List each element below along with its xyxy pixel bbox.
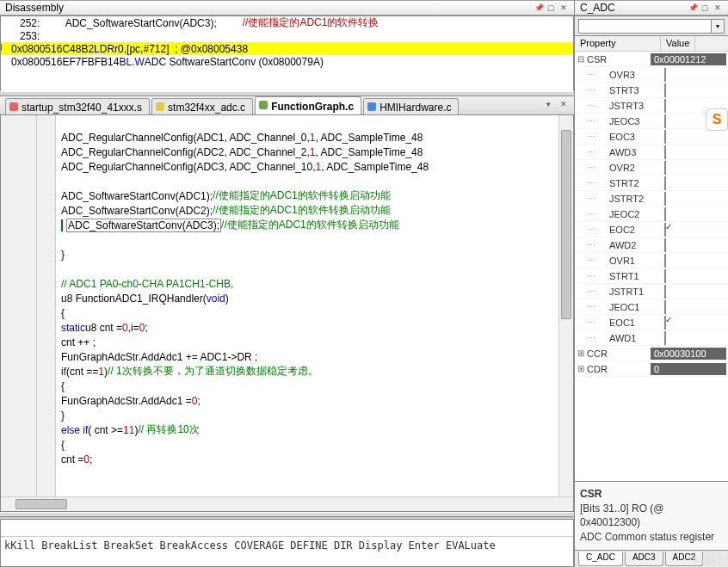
tab-close-icon[interactable]: ✕ <box>558 99 569 109</box>
property-filter-row: ▾ <box>575 15 728 36</box>
cadc-pane-title: C_ADC 📌 ▢ ✕ <box>575 0 728 15</box>
checkbox[interactable] <box>664 99 666 113</box>
property-row[interactable]: ⋯EOC2 <box>575 222 728 237</box>
checkbox[interactable] <box>664 316 666 330</box>
code-editor[interactable]: 245 246 ADC_RegularChannelConfig(ADC1, A… <box>0 115 574 512</box>
property-row[interactable]: ⋯OVR2 <box>575 160 728 176</box>
window-icon[interactable]: ▢ <box>700 3 711 13</box>
file-icon <box>9 102 18 111</box>
command-pane: kKill BreakList BreakSet BreakAccess COV… <box>0 519 574 567</box>
checkbox[interactable] <box>664 145 666 159</box>
close-icon[interactable]: ✕ <box>712 3 723 13</box>
horizontal-splitter[interactable] <box>0 512 574 517</box>
property-row[interactable]: ⋯EOC1 <box>575 315 728 330</box>
btab-adc3[interactable]: ADC3 <box>625 552 663 566</box>
disasm-current-line[interactable]: 0x0800516C 48B2 LDR r0,[pc,#712] ; @0x08… <box>1 42 573 55</box>
property-row[interactable]: ⋯STRT1 <box>575 268 728 284</box>
checkbox[interactable] <box>664 223 666 237</box>
property-row[interactable]: ⋯OVR3 <box>575 67 728 83</box>
property-row[interactable]: ⋯STRT2 <box>575 176 728 191</box>
property-row[interactable]: ⋯AWD3 <box>575 145 728 160</box>
file-icon <box>259 101 268 109</box>
checkbox[interactable] <box>664 114 666 128</box>
checkbox[interactable] <box>664 68 666 82</box>
pin-icon[interactable]: 📌 <box>534 3 545 13</box>
current-pc-icon <box>1 41 11 53</box>
checkbox[interactable] <box>664 192 666 206</box>
property-row[interactable]: ⋯AWD2 <box>575 237 728 253</box>
property-row[interactable]: ⋯JEOC2 <box>575 206 728 222</box>
disassembly-title-text: Disassembly <box>5 2 64 14</box>
ime-icon[interactable]: S <box>706 108 728 131</box>
tab-startup[interactable]: startup_stm32f40_41xxx.s <box>5 98 150 114</box>
tab-hmihardware[interactable]: HMIHardware.c <box>363 98 459 114</box>
watermark: 94842 <box>692 556 723 566</box>
disassembly-pane-title: Disassembly 📌 ▢ ✕ <box>0 0 574 15</box>
property-row[interactable]: ⋯JSTRT2 <box>575 191 728 206</box>
property-row[interactable]: ⋯JEOC1 <box>575 299 728 315</box>
fold-gutter <box>37 115 56 511</box>
tab-dropdown-icon[interactable]: ▾ <box>543 99 554 109</box>
dropdown-icon[interactable]: ▾ <box>712 19 725 34</box>
pin-icon[interactable]: 📌 <box>688 3 699 13</box>
tab-functiongraph[interactable]: FunctionGraph.c <box>255 96 361 114</box>
property-header: Property Value <box>575 36 728 52</box>
btab-cadc[interactable]: C_ADC <box>578 552 623 566</box>
vertical-scrollbar[interactable] <box>558 115 573 496</box>
horizontal-scrollbar[interactable] <box>1 496 573 511</box>
property-row[interactable]: ⊞CDR0 <box>575 361 728 377</box>
close-icon[interactable]: ✕ <box>558 3 569 13</box>
file-icon <box>367 102 376 111</box>
disassembly-body: 252: ADC_SoftwareStartConv(ADC3); //使能指定… <box>0 15 574 91</box>
property-row[interactable]: ⊞CCR0x00030100 <box>575 346 728 361</box>
command-list: kKill BreakList BreakSet BreakAccess COV… <box>1 537 573 566</box>
property-row[interactable]: ⋯STRT3 <box>575 83 728 98</box>
bottom-tab-bar: C_ADC ADC3 ADC2 94842 <box>575 550 728 567</box>
property-description: CSR [Bits 31..0] RO (@ 0x40012300) ADC C… <box>575 481 728 550</box>
file-icon <box>156 102 164 111</box>
checkbox[interactable] <box>664 269 666 283</box>
property-row[interactable]: ⋯AWD1 <box>575 330 728 346</box>
checkbox[interactable] <box>664 331 666 345</box>
line-number-margin <box>1 115 37 511</box>
checkbox[interactable] <box>664 300 666 314</box>
property-row[interactable]: ⊟CSR0x00001212 <box>575 52 728 67</box>
window-icon[interactable]: ▢ <box>546 3 557 13</box>
checkbox[interactable] <box>664 130 666 144</box>
checkbox[interactable] <box>664 238 666 252</box>
checkbox[interactable] <box>664 83 666 97</box>
property-row[interactable]: ⋯EOC3 <box>575 129 728 145</box>
checkbox[interactable] <box>664 176 666 190</box>
tab-adc[interactable]: stm32f4xx_adc.c <box>151 98 253 114</box>
col-property[interactable]: Property <box>575 36 661 51</box>
checkbox[interactable] <box>664 207 666 221</box>
property-row[interactable]: ⋯JSTRT1 <box>575 284 728 299</box>
property-filter-input[interactable] <box>578 19 712 34</box>
checkbox[interactable] <box>664 254 666 268</box>
editor-tab-bar: startup_stm32f40_41xxx.s stm32f4xx_adc.c… <box>0 96 574 115</box>
cadc-title-text: C_ADC <box>580 2 615 14</box>
checkbox[interactable] <box>664 285 666 299</box>
col-value[interactable]: Value <box>661 36 695 51</box>
property-row[interactable]: ⋯OVR1 <box>575 253 728 268</box>
checkbox[interactable] <box>664 161 666 175</box>
